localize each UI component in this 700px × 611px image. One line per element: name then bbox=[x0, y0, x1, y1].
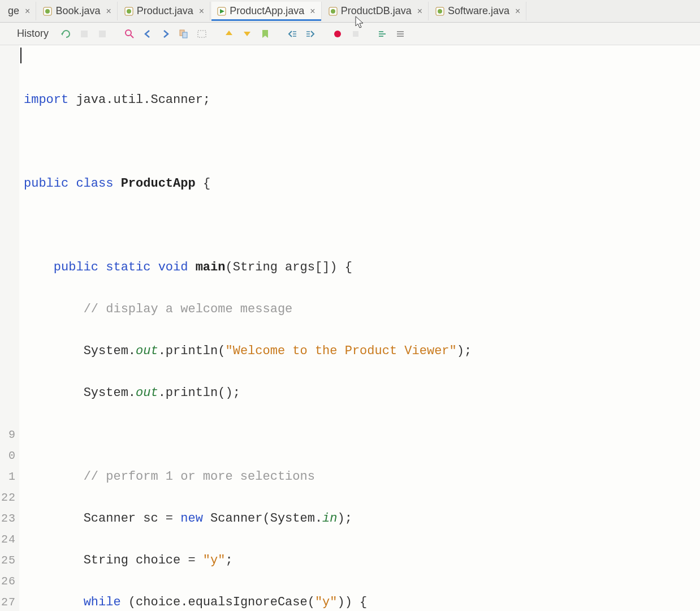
code-line: System.out.println("Welcome to the Produ… bbox=[24, 341, 695, 362]
next-bookmark-icon[interactable] bbox=[240, 27, 254, 41]
tab-product[interactable]: Product.java × bbox=[119, 2, 210, 20]
code-line bbox=[24, 215, 695, 236]
uncomment-icon[interactable] bbox=[394, 27, 408, 41]
svg-point-9 bbox=[438, 9, 442, 14]
text-caret-icon bbox=[20, 48, 21, 63]
previous-bookmark-icon[interactable] bbox=[222, 27, 236, 41]
java-class-icon bbox=[43, 7, 52, 16]
toggle-bookmark-icon[interactable] bbox=[258, 27, 273, 41]
nav-back-icon[interactable] bbox=[77, 27, 92, 41]
code-line: String choice = "y"; bbox=[24, 550, 695, 571]
code-line: // display a welcome message bbox=[24, 299, 695, 320]
svg-rect-16 bbox=[183, 32, 187, 38]
tab-bar: ge × Book.java × Product.java × ProductA… bbox=[0, 0, 700, 23]
line-number-gutter: 901 222324 252627 28 bbox=[0, 45, 19, 611]
code-area[interactable]: import java.util.Scanner; public class P… bbox=[19, 45, 700, 611]
tab-productapp[interactable]: ProductApp.java × bbox=[211, 2, 321, 20]
java-class-icon bbox=[329, 7, 338, 16]
java-class-icon bbox=[435, 7, 444, 16]
close-icon[interactable]: × bbox=[25, 6, 30, 16]
shift-right-icon[interactable] bbox=[303, 27, 318, 41]
shift-left-icon[interactable] bbox=[285, 27, 300, 41]
svg-rect-29 bbox=[353, 31, 358, 37]
close-icon[interactable]: × bbox=[106, 6, 111, 16]
nav-forward-icon[interactable] bbox=[95, 27, 110, 41]
close-icon[interactable]: × bbox=[310, 6, 315, 16]
tab-label: ProductDB.java bbox=[341, 5, 412, 17]
tab-label: ProductApp.java bbox=[230, 5, 304, 17]
close-icon[interactable]: × bbox=[515, 6, 520, 16]
svg-marker-19 bbox=[244, 32, 250, 36]
svg-marker-18 bbox=[226, 31, 232, 35]
close-icon[interactable]: × bbox=[199, 6, 204, 16]
last-edit-icon[interactable] bbox=[59, 27, 74, 41]
tab-label: Book.java bbox=[55, 5, 100, 17]
svg-rect-12 bbox=[99, 31, 106, 37]
code-line: public static void main(String args[]) { bbox=[24, 257, 695, 278]
code-line: System.out.println(); bbox=[24, 382, 695, 403]
svg-point-1 bbox=[45, 9, 50, 14]
svg-point-7 bbox=[331, 9, 335, 14]
tab-label: Product.java bbox=[137, 5, 193, 17]
tab-book[interactable]: Book.java × bbox=[37, 2, 117, 20]
code-line bbox=[24, 131, 695, 152]
tab-partial[interactable]: ge × bbox=[2, 2, 36, 20]
code-line: // perform 1 or more selections bbox=[24, 466, 695, 487]
selection-mode-icon[interactable] bbox=[195, 27, 209, 41]
svg-line-14 bbox=[131, 35, 133, 38]
find-selection-icon[interactable] bbox=[122, 27, 137, 41]
stop-macro-recording-icon[interactable] bbox=[348, 27, 363, 41]
svg-point-13 bbox=[126, 30, 131, 36]
toggle-highlight-icon[interactable] bbox=[176, 27, 191, 41]
code-editor[interactable]: 901 222324 252627 28 import java.util.Sc… bbox=[0, 45, 700, 611]
start-macro-recording-icon[interactable] bbox=[330, 27, 345, 41]
find-previous-icon[interactable] bbox=[140, 27, 155, 41]
code-line bbox=[24, 424, 695, 445]
svg-point-28 bbox=[334, 31, 341, 37]
svg-rect-11 bbox=[81, 31, 88, 37]
editor-toolbar: History bbox=[0, 23, 700, 45]
tab-productdb[interactable]: ProductDB.java × bbox=[323, 2, 429, 20]
java-class-icon bbox=[124, 7, 133, 16]
code-line: Scanner sc = new Scanner(System.in); bbox=[24, 508, 695, 529]
code-line: import java.util.Scanner; bbox=[24, 89, 695, 110]
close-icon[interactable]: × bbox=[417, 6, 422, 16]
code-line: while (choice.equalsIgnoreCase("y")) { bbox=[24, 592, 695, 611]
svg-point-3 bbox=[127, 9, 131, 14]
tab-software[interactable]: Software.java × bbox=[430, 2, 526, 20]
history-label[interactable]: History bbox=[17, 28, 49, 40]
svg-rect-17 bbox=[198, 31, 206, 37]
code-line: public class ProductApp { bbox=[24, 173, 695, 194]
svg-marker-10 bbox=[61, 32, 63, 36]
java-main-class-icon bbox=[217, 7, 226, 16]
tab-label: ge bbox=[8, 5, 19, 17]
tab-label: Software.java bbox=[448, 5, 509, 17]
find-next-icon[interactable] bbox=[158, 27, 173, 41]
comment-icon[interactable] bbox=[375, 27, 390, 41]
